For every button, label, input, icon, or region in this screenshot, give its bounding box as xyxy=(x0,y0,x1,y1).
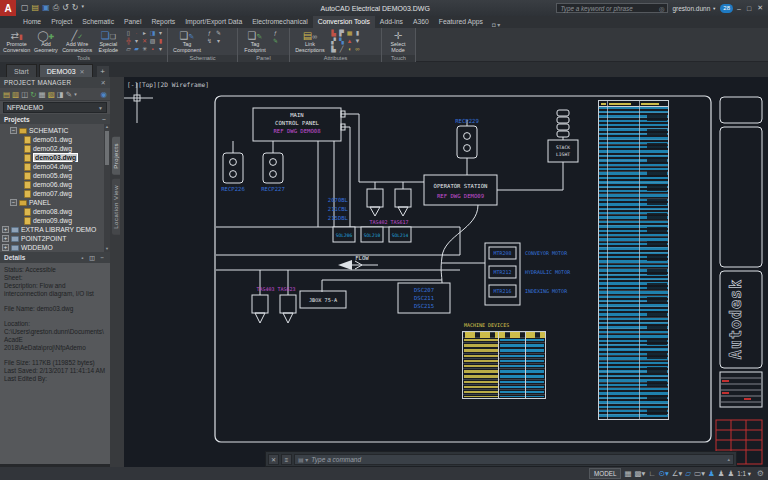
tab-a360[interactable]: A360 xyxy=(408,16,434,28)
expander-icon[interactable]: − xyxy=(10,127,17,134)
small-tool-icon[interactable]: ▮ xyxy=(157,38,164,46)
panel-label-schematic[interactable]: Schematic xyxy=(168,55,237,62)
small-tool-icon[interactable]: ▞ xyxy=(330,38,337,46)
plot-icon[interactable]: ⎙ xyxy=(53,3,59,13)
small-tool-icon[interactable]: ◨ xyxy=(149,30,156,38)
details-section-header[interactable]: Details▪ ◫ − xyxy=(0,252,110,263)
grid-icon[interactable]: ▦ xyxy=(624,468,631,479)
new-tab-button[interactable]: + xyxy=(97,66,109,77)
small-tool-icon[interactable]: ✎ xyxy=(215,30,222,38)
tab-panel[interactable]: Panel xyxy=(119,16,146,28)
notification-badge[interactable]: 28 xyxy=(720,4,733,13)
small-tool-icon[interactable]: ▰ xyxy=(133,46,140,54)
autoscale-icon[interactable]: ♟ xyxy=(727,468,734,479)
ribbon-options-icon[interactable]: ◘ ▾ xyxy=(492,21,500,28)
file-tab-demo03[interactable]: DEMO03 ✕ xyxy=(39,64,93,77)
tree-item-demo09[interactable]: demo09.dwg xyxy=(0,216,110,225)
details-header-icons[interactable]: ▪ ◫ − xyxy=(81,254,106,261)
search-input[interactable]: Type a keyword or phrase ◎ xyxy=(556,3,668,13)
tab-featured-apps[interactable]: Featured Apps xyxy=(434,16,488,28)
expand-command-icon[interactable]: ▴ xyxy=(727,456,730,462)
signin-user-button[interactable]: greston.dunn ▼ xyxy=(672,5,716,12)
refresh-icon[interactable]: ↻ xyxy=(30,90,36,99)
undo-icon[interactable]: ↺ xyxy=(62,3,69,13)
expander-icon[interactable]: + xyxy=(2,226,9,233)
isodraft-icon[interactable]: ∠▾ xyxy=(672,468,683,479)
small-tool-icon[interactable]: ▚ xyxy=(338,38,345,46)
panel-label-panel[interactable]: Panel xyxy=(238,55,289,62)
small-tool-icon[interactable]: ▪ xyxy=(149,46,156,54)
annotation-visibility-icon[interactable]: ♟ xyxy=(718,468,725,479)
receptacle-recp226[interactable]: RECP226 xyxy=(221,153,245,192)
tree-project-extra-library-demo[interactable]: +EXTRA LIBRARY DEMO xyxy=(0,225,110,234)
qat-dropdown-icon[interactable]: ▾ xyxy=(82,3,85,13)
model-space-button[interactable]: MODEL xyxy=(589,468,621,479)
drawing-canvas[interactable]: [-][Top][2D Wireframe] xyxy=(124,77,768,467)
small-tool-icon[interactable]: ▙ xyxy=(330,30,337,38)
small-tool-icon[interactable]: ∞ xyxy=(354,46,361,54)
close-command-icon[interactable]: ✕ xyxy=(268,454,279,465)
junction-box[interactable]: JBOX 75-A xyxy=(300,291,346,308)
redo-icon[interactable]: ↻ xyxy=(72,3,79,13)
small-tool-icon[interactable]: ▮ xyxy=(354,30,361,38)
snap-icon[interactable]: ▩▾ xyxy=(635,468,646,479)
plot-project-icon[interactable]: ◨ xyxy=(57,90,64,99)
tree-item-demo01[interactable]: demo01.dwg xyxy=(0,135,110,144)
tab-conversion-tools[interactable]: Conversion Tools xyxy=(313,16,375,28)
small-tool-icon[interactable]: ✕ xyxy=(141,38,148,46)
publish-icon[interactable]: ▧ xyxy=(48,90,55,99)
disconnect-box[interactable]: DSC207 DSC211 DSC215 xyxy=(398,283,450,313)
window-minimize-icon[interactable]: – xyxy=(737,5,743,12)
viewport-controls-label[interactable]: [-][Top][2D Wireframe] xyxy=(127,81,209,89)
small-tool-icon[interactable]: ↯ xyxy=(206,38,213,46)
tree-project-wddemo[interactable]: +WDDEMO xyxy=(0,243,110,252)
expander-icon[interactable]: + xyxy=(2,235,9,242)
project-new-icon[interactable]: ▤ xyxy=(3,90,10,99)
tree-item-demo04[interactable]: demo04.dwg xyxy=(0,162,110,171)
osnap-icon[interactable]: ▱ xyxy=(685,468,691,479)
solenoid-valves-top[interactable]: TAS402 TAS617 xyxy=(367,189,411,225)
drawing-list-icon[interactable]: ▦ xyxy=(39,90,46,99)
small-tool-icon[interactable]: ▲ xyxy=(346,38,353,46)
panel-label-tools[interactable]: Tools xyxy=(0,55,167,62)
tree-item-demo02[interactable]: demo02.dwg xyxy=(0,144,110,153)
tab-reports[interactable]: Reports xyxy=(146,16,180,28)
tree-item-demo06[interactable]: demo06.dwg xyxy=(0,180,110,189)
small-tool-icon[interactable]: ƒ xyxy=(206,30,213,38)
small-tool-icon[interactable]: ╬ xyxy=(125,38,132,46)
small-tool-icon[interactable]: ▾ xyxy=(157,30,164,38)
add-wire-connections-button[interactable]: ╱✓ Add Wire Connections xyxy=(61,29,94,54)
vertical-tab-location-view[interactable]: Location View xyxy=(112,179,120,235)
project-select[interactable]: NFPADEMO ▼ xyxy=(3,102,107,113)
scrollbar-thumb[interactable] xyxy=(105,131,109,165)
command-line[interactable]: ✕ ≡ ▤ ▾ Type a command ▴ xyxy=(265,451,737,467)
autocad-app-logo-icon[interactable]: A xyxy=(0,0,16,16)
main-control-panel[interactable]: MAIN CONTROL PANEL REF DWG DEMO08 xyxy=(253,108,345,141)
tree-project-point2point[interactable]: +POINT2POINT xyxy=(0,234,110,243)
help-icon[interactable]: ◉ xyxy=(100,90,107,99)
new-icon[interactable]: ▢ xyxy=(21,3,29,13)
link-descriptions-button[interactable]: ▤∞ Link Descriptions xyxy=(292,29,328,54)
special-explode-button[interactable]: ❏❏ Special Explode xyxy=(94,29,123,54)
lineweight-icon[interactable]: ▭▾ xyxy=(694,468,705,479)
small-tool-icon[interactable]: ▾ xyxy=(215,38,222,46)
small-tool-icon[interactable]: ▙ xyxy=(330,46,337,54)
tag-footprint-button[interactable]: ❑✎ Tag Footprint xyxy=(240,29,270,54)
add-geometry-button[interactable]: ◯✚ Add Geometry xyxy=(31,29,60,54)
file-tab-start[interactable]: Start xyxy=(6,64,37,77)
expander-icon[interactable]: + xyxy=(2,244,9,251)
tab-project[interactable]: Project xyxy=(46,16,77,28)
tree-item-demo08[interactable]: demo08.dwg xyxy=(0,207,110,216)
small-tool-icon[interactable]: ▨ xyxy=(149,38,156,46)
small-tool-icon[interactable]: ▯ xyxy=(125,30,132,38)
tree-item-demo03-selected[interactable]: demo03.dwg xyxy=(0,153,110,162)
command-input[interactable]: ▤ ▾ Type a command ▴ xyxy=(294,454,734,465)
window-close-icon[interactable]: ✕ xyxy=(757,4,765,12)
customize-command-icon[interactable]: ≡ xyxy=(281,454,292,465)
customization-gear-icon[interactable]: ⚙ xyxy=(757,469,764,478)
small-tool-icon[interactable]: ╱ xyxy=(338,46,345,54)
motor-group[interactable]: MTR208 MTR212 MTR216 CONVEYOR MOTOR HYDR… xyxy=(485,243,571,305)
search-icon[interactable]: ◎ xyxy=(659,5,665,12)
open-icon[interactable]: ▤ xyxy=(32,3,40,13)
toolbar-dropdown-icon[interactable]: ▾ xyxy=(74,91,77,97)
